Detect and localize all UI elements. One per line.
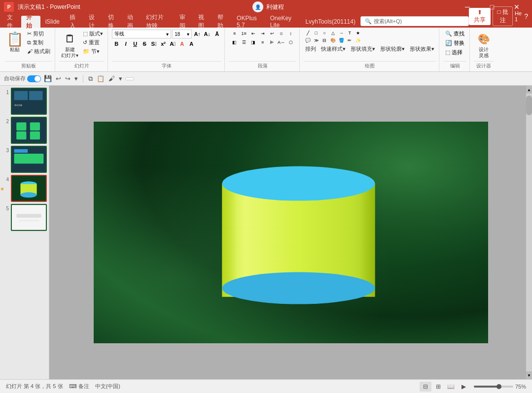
- tab-animations[interactable]: 动画: [122, 16, 142, 28]
- save-button[interactable]: 💾: [43, 74, 53, 83]
- shape-more-btn[interactable]: ≫: [312, 37, 320, 44]
- slide-item-5[interactable]: 5: [2, 204, 47, 231]
- slide-thumb-4[interactable]: [11, 175, 47, 202]
- rtl-button[interactable]: ↩: [268, 30, 277, 37]
- align-vert-button[interactable]: ⫸: [268, 38, 277, 46]
- shadow-button[interactable]: S⃣: [149, 39, 158, 48]
- bold-button[interactable]: B: [112, 39, 121, 48]
- redo-button[interactable]: ↪: [64, 74, 71, 83]
- zoom-label[interactable]: 75%: [515, 384, 526, 390]
- italic-button[interactable]: I: [121, 39, 130, 48]
- increase-font-button[interactable]: A↑: [193, 30, 202, 38]
- tab-design[interactable]: 设计: [84, 16, 103, 28]
- indent-decrease-button[interactable]: ⇤: [249, 30, 258, 37]
- normal-view-button[interactable]: ⊟: [420, 382, 431, 392]
- decrease-font-button[interactable]: A↓: [203, 30, 212, 38]
- charspace-button[interactable]: A⃞: [168, 39, 177, 48]
- bullets-button[interactable]: ≡: [230, 30, 239, 37]
- tab-transitions[interactable]: 切换: [103, 16, 122, 28]
- share-button[interactable]: ⬆ 共享: [469, 8, 491, 25]
- linespace-button[interactable]: ↕: [286, 30, 295, 37]
- shapeoutline-button[interactable]: 形状轮廓▾: [379, 45, 406, 53]
- zoom-thumb[interactable]: [497, 384, 501, 389]
- slide-thumb-5[interactable]: [11, 204, 47, 231]
- fontcolor-button[interactable]: A: [177, 39, 186, 48]
- shapeeffect-button[interactable]: 形状效果▾: [408, 45, 436, 53]
- slide-sorter-button[interactable]: ⊞: [432, 382, 444, 392]
- help-icon[interactable]: ?: [524, 12, 528, 20]
- slide-thumb-2[interactable]: [11, 117, 47, 144]
- reset-button[interactable]: ↺ 重置: [81, 38, 105, 47]
- reading-view-button[interactable]: 📖: [445, 382, 457, 392]
- slide-item-2[interactable]: 2: [2, 117, 47, 144]
- shape-callout-btn[interactable]: 💬: [304, 37, 312, 44]
- convert-text-button[interactable]: A↔: [277, 38, 286, 46]
- underline-button[interactable]: U: [131, 39, 140, 48]
- shape-circle-btn[interactable]: ○: [320, 30, 328, 36]
- cylinder-shape[interactable]: [222, 166, 375, 304]
- highlight-button[interactable]: A: [187, 39, 196, 48]
- align-right-button[interactable]: ◨: [249, 38, 258, 46]
- search-box[interactable]: 🔍 搜索(Alt+Q): [360, 16, 469, 26]
- tab-islide[interactable]: iSlide: [40, 16, 65, 28]
- qa-paste-btn[interactable]: 📋: [96, 74, 106, 83]
- slideshow-view-button[interactable]: ▶: [458, 382, 470, 392]
- format-painter-button[interactable]: 🖌 格式刷: [26, 47, 52, 56]
- slide-thumb-3[interactable]: [11, 146, 47, 173]
- tab-slideshow[interactable]: 幻灯片放映: [141, 16, 174, 28]
- tab-home[interactable]: 开始: [21, 16, 40, 28]
- font-size-dropdown[interactable]: 18 ▾: [172, 30, 192, 38]
- scrollbar-down-button[interactable]: ▼: [526, 371, 532, 379]
- shapefill-button[interactable]: 形状填充▾: [349, 45, 377, 53]
- tab-help[interactable]: 帮助: [213, 16, 232, 28]
- justify-button[interactable]: ≡: [258, 38, 267, 46]
- arrange-button[interactable]: 排列: [304, 45, 318, 53]
- strikethrough-button[interactable]: S: [140, 39, 149, 48]
- slide-item-4[interactable]: 4 ★: [2, 175, 47, 202]
- slide-canvas[interactable]: [94, 122, 488, 343]
- find-button[interactable]: 🔍 查找: [443, 30, 466, 38]
- shape-star-btn[interactable]: ★: [354, 30, 362, 36]
- undo-button[interactable]: ↩: [55, 74, 62, 83]
- tab-view[interactable]: 视图: [193, 16, 213, 28]
- slide-item-3[interactable]: 3: [2, 146, 47, 173]
- shape-rect-btn[interactable]: □: [312, 30, 320, 36]
- copy-button[interactable]: ⧉ 复制: [26, 38, 52, 47]
- quickstyle-btn[interactable]: 🎨: [329, 37, 337, 44]
- zoom-slider[interactable]: [474, 386, 513, 388]
- new-slide-button[interactable]: 🗒 新建幻灯片▾: [59, 30, 80, 60]
- scrollbar-thumb[interactable]: [526, 96, 532, 115]
- tab-lvyhtools[interactable]: LvyhTools(201114): [301, 16, 360, 28]
- layout-button[interactable]: ⬚ 版式▾: [81, 30, 105, 38]
- qa-more-btn[interactable]: ▾: [118, 74, 123, 83]
- shape-text-btn[interactable]: T: [346, 30, 354, 36]
- shape-line-btn[interactable]: ╱: [304, 30, 312, 36]
- vertical-scrollbar[interactable]: ▲ ▼: [526, 86, 532, 379]
- qa-customize-button[interactable]: ▾: [73, 74, 79, 83]
- tab-insert[interactable]: 插入: [65, 16, 84, 28]
- notes-button[interactable]: ⌨ 备注: [69, 383, 89, 390]
- indent-increase-button[interactable]: ⇥: [258, 30, 267, 37]
- numbering-button[interactable]: 1≡: [240, 30, 248, 37]
- select-button[interactable]: ⬚ 选择: [443, 48, 466, 57]
- smartart-button[interactable]: ⬡: [286, 38, 295, 46]
- align-center-button[interactable]: ☰: [240, 38, 248, 46]
- autosave-toggle[interactable]: [27, 75, 41, 82]
- arrange-btn[interactable]: ⊟: [320, 37, 328, 44]
- shape-triangle-btn[interactable]: △: [329, 30, 337, 36]
- qa-copy-btn[interactable]: ⧉: [87, 74, 94, 84]
- quickstyles-button[interactable]: 快速样式▾: [319, 45, 347, 53]
- replace-button[interactable]: 🔄 替换: [443, 39, 466, 47]
- tab-review[interactable]: 审阅: [175, 16, 194, 28]
- align-left-button[interactable]: ◧: [230, 38, 239, 46]
- shape-arrow-btn[interactable]: →: [337, 30, 345, 36]
- superscript-button[interactable]: x²: [159, 39, 168, 48]
- columns-button[interactable]: ⎅: [277, 30, 286, 37]
- effect-btn[interactable]: ✨: [354, 37, 362, 44]
- slide-item-1[interactable]: 1 演示文稿: [2, 88, 47, 115]
- cut-button[interactable]: ✂ 剪切: [26, 30, 52, 38]
- fillcolor-btn[interactable]: 🪣: [337, 37, 345, 44]
- tab-file[interactable]: 文件: [2, 16, 21, 28]
- comment-button[interactable]: □ 批注: [493, 6, 513, 26]
- tab-okplus[interactable]: OKPlus 5.7: [232, 16, 265, 28]
